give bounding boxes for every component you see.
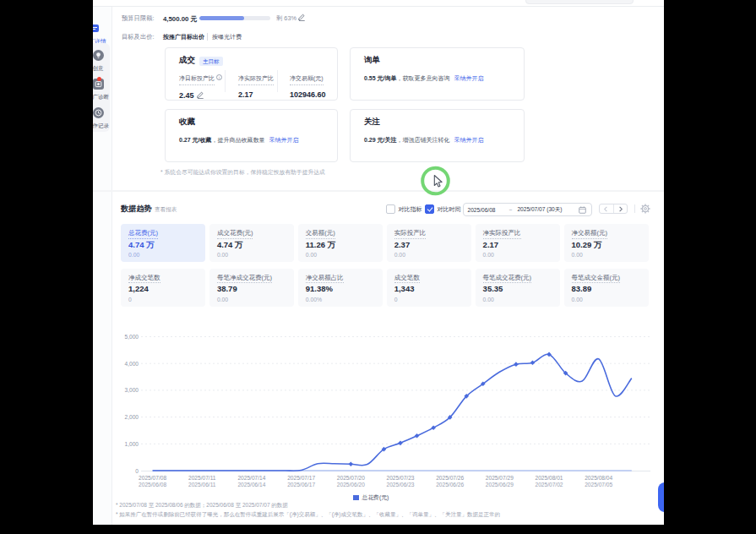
svg-text:0: 0 xyxy=(135,468,139,474)
svg-text:2025/06/14: 2025/06/14 xyxy=(237,482,265,488)
footnote-date-ranges: * 2025/07/08 至 2025/08/06 的数据；2025/06/08… xyxy=(116,502,288,509)
floating-feedback-pill[interactable] xyxy=(658,482,664,512)
svg-text:2025/07/05: 2025/07/05 xyxy=(585,482,612,488)
svg-text:2025/08/04: 2025/08/04 xyxy=(585,475,612,481)
svg-text:2025/07/02: 2025/07/02 xyxy=(536,482,563,488)
svg-text:2025/06/08: 2025/06/08 xyxy=(139,482,166,488)
svg-text:2025/07/23: 2025/07/23 xyxy=(386,475,414,481)
svg-text:2025/06/20: 2025/06/20 xyxy=(337,482,365,488)
svg-text:2025/06/23: 2025/06/23 xyxy=(386,482,414,488)
svg-text:2025/06/17: 2025/06/17 xyxy=(287,482,315,488)
svg-text:5,000: 5,000 xyxy=(124,334,139,340)
svg-text:2025/06/29: 2025/06/29 xyxy=(486,482,514,488)
svg-text:3,000: 3,000 xyxy=(124,387,139,393)
svg-text:2025/07/08: 2025/07/08 xyxy=(139,475,166,481)
svg-text:2025/08/01: 2025/08/01 xyxy=(536,475,563,481)
svg-text:2025/07/11: 2025/07/11 xyxy=(188,475,216,481)
legend-label: 总花费(元) xyxy=(362,493,389,502)
svg-text:2,000: 2,000 xyxy=(124,414,139,420)
svg-text:2025/06/26: 2025/06/26 xyxy=(436,482,464,488)
svg-text:2025/07/17: 2025/07/17 xyxy=(287,475,315,481)
app-window: 推广详情 创意 推广诊断 操作记录 预算日限额: 4,500.00 元 xyxy=(93,0,664,525)
svg-text:2025/07/20: 2025/07/20 xyxy=(337,475,365,481)
svg-text:2025/07/26: 2025/07/26 xyxy=(436,475,464,481)
svg-text:2025/07/29: 2025/07/29 xyxy=(486,475,514,481)
legend-marker xyxy=(353,495,359,501)
svg-text:2025/07/14: 2025/07/14 xyxy=(237,475,265,481)
footnote-paused-note: * 如果推广在暂停或删除前已经获得了曝光，那么在暂停或重建后展示「(净)交易额」… xyxy=(116,511,500,519)
svg-text:4,000: 4,000 xyxy=(124,361,139,367)
svg-text:2025/06/11: 2025/06/11 xyxy=(188,482,216,488)
chart-legend[interactable]: 总花费(元) xyxy=(353,493,389,502)
stage: 推广详情 创意 推广诊断 操作记录 预算日限额: 4,500.00 元 xyxy=(0,0,756,534)
trend-line-chart[interactable]: 01,0002,0003,0004,0005,0002025/07/082025… xyxy=(93,0,664,525)
svg-text:1,000: 1,000 xyxy=(124,441,139,447)
